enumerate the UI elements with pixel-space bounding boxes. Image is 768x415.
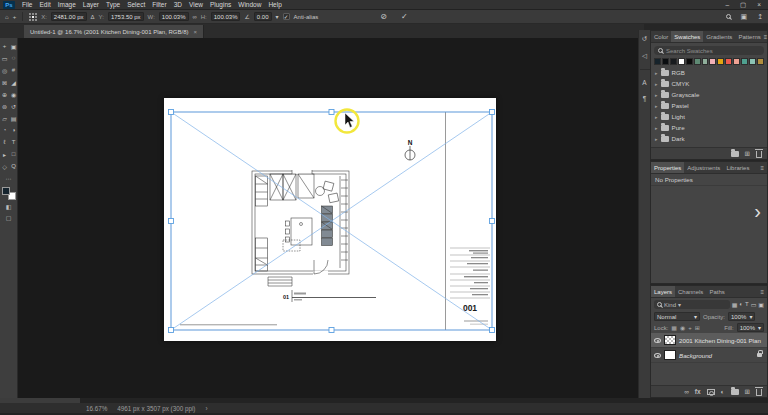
notes-panel-icon[interactable]: ◁ bbox=[642, 52, 647, 60]
menu-select[interactable]: Select bbox=[127, 0, 145, 10]
tab-properties[interactable]: Properties bbox=[651, 162, 684, 173]
close-button[interactable]: × bbox=[757, 1, 761, 9]
menu-layer[interactable]: Layer bbox=[83, 0, 99, 10]
swatch[interactable] bbox=[757, 58, 764, 65]
trash-icon[interactable] bbox=[756, 151, 762, 158]
tab-close-icon[interactable]: × bbox=[194, 29, 198, 35]
move-tool-preset-icon[interactable]: + bbox=[13, 14, 17, 20]
marquee-tool[interactable]: ▭ bbox=[2, 55, 8, 62]
antialias-checkbox[interactable]: ✓ bbox=[283, 13, 290, 20]
blend-mode-dropdown[interactable]: Normal ▾ bbox=[654, 312, 700, 321]
menu-plugins[interactable]: Plugins bbox=[210, 0, 231, 10]
rotation-field[interactable]: 0.00 bbox=[254, 12, 272, 21]
menu-3d[interactable]: 3D bbox=[174, 0, 182, 10]
tab-gradients[interactable]: Gradients bbox=[703, 31, 735, 42]
tab-adjustments[interactable]: Adjustments bbox=[684, 162, 723, 173]
menu-type[interactable]: Type bbox=[106, 0, 120, 10]
healing-brush-tool[interactable]: ⊕ bbox=[2, 91, 7, 98]
transform-handle-bottom-right[interactable] bbox=[490, 328, 495, 333]
home-icon[interactable]: ⌂ bbox=[5, 14, 9, 20]
swatch[interactable] bbox=[741, 58, 748, 65]
swatch[interactable] bbox=[702, 58, 709, 65]
tab-libraries[interactable]: Libraries bbox=[723, 162, 752, 173]
transform-handle-top-right[interactable] bbox=[490, 110, 495, 115]
menu-window[interactable]: Window bbox=[238, 0, 261, 10]
opacity-dropdown[interactable]: 100% ▾ bbox=[728, 312, 755, 321]
tab-swatches[interactable]: Swatches bbox=[671, 31, 703, 42]
swatch-folder-rgb[interactable]: ▸ RGB bbox=[651, 67, 767, 78]
path-selection-tool[interactable]: ▸ bbox=[3, 151, 6, 158]
move-tool[interactable]: + bbox=[3, 43, 7, 49]
swatches-search-input[interactable]: Search Swatches bbox=[654, 46, 764, 55]
swatch[interactable] bbox=[749, 58, 756, 65]
menu-filter[interactable]: Filter bbox=[152, 0, 166, 10]
commit-transform-button[interactable]: ✓ bbox=[401, 12, 408, 21]
swatch[interactable] bbox=[694, 58, 701, 65]
swatch[interactable] bbox=[662, 58, 669, 65]
swatch[interactable] bbox=[725, 58, 732, 65]
transform-handle-top-left[interactable] bbox=[169, 110, 174, 115]
swatch[interactable] bbox=[717, 58, 724, 65]
layer-row-kitchen-plan[interactable]: 2001 Kitchen Dining-001 Plan bbox=[651, 333, 767, 348]
y-position-field[interactable]: 1753.50 px bbox=[108, 12, 144, 21]
dodge-tool[interactable]: ◑ bbox=[12, 127, 16, 133]
swatch[interactable] bbox=[709, 58, 716, 65]
swatch[interactable] bbox=[670, 58, 677, 65]
filter-adjustment-icon[interactable]: ◐ bbox=[739, 301, 743, 308]
fill-dropdown[interactable]: 100% ▾ bbox=[737, 323, 764, 332]
lock-position-icon[interactable]: + bbox=[688, 325, 692, 331]
menu-help[interactable]: Help bbox=[268, 0, 281, 10]
filter-smart-object-icon[interactable]: ▣ bbox=[758, 301, 764, 308]
gradient-tool[interactable]: ▤ bbox=[11, 115, 17, 122]
canvas-area[interactable]: 001 N bbox=[18, 38, 638, 398]
new-layer-icon[interactable]: ⊞ bbox=[745, 388, 750, 396]
swatch[interactable] bbox=[678, 58, 685, 65]
layer-thumbnail[interactable] bbox=[664, 335, 676, 345]
menu-file[interactable]: File bbox=[22, 0, 32, 10]
status-caret-icon[interactable]: › bbox=[205, 405, 207, 412]
swatch[interactable] bbox=[733, 58, 740, 65]
character-panel-icon[interactable]: A bbox=[642, 79, 646, 86]
cancel-transform-button[interactable]: ⊘ bbox=[380, 12, 387, 21]
swatch-folder-grayscale[interactable]: ▸ Grayscale bbox=[651, 89, 767, 100]
history-brush-tool[interactable]: ↺ bbox=[11, 103, 16, 110]
tab-patterns[interactable]: Patterns bbox=[735, 31, 763, 42]
layer-visibility-icon[interactable] bbox=[654, 353, 661, 358]
panel-menu-icon[interactable]: ≡ bbox=[760, 162, 767, 173]
tab-paths[interactable]: Paths bbox=[706, 286, 727, 297]
swatch-folder-pure[interactable]: ▸ Pure bbox=[651, 122, 767, 133]
trash-icon[interactable] bbox=[756, 389, 762, 396]
tab-channels[interactable]: Channels bbox=[675, 286, 706, 297]
transform-handle-middle-right[interactable] bbox=[490, 219, 495, 224]
zoom-tool[interactable]: Q bbox=[11, 163, 16, 169]
document-tab[interactable]: Untitled-1 @ 16.7% (2001 Kitchen Dining-… bbox=[24, 25, 204, 38]
history-panel-icon[interactable]: ↺ bbox=[642, 35, 647, 43]
frame-tool[interactable]: ⊠ bbox=[2, 79, 7, 86]
workspace-switcher-icon[interactable]: ▣ bbox=[741, 13, 748, 21]
minimize-button[interactable]: – bbox=[725, 1, 729, 9]
eraser-tool[interactable]: ▱ bbox=[2, 115, 7, 122]
layer-filter-kind-dropdown[interactable]: Kind ▾ bbox=[654, 300, 730, 309]
zoom-level[interactable]: 16.67% bbox=[86, 405, 107, 412]
share-icon[interactable]: ↥ bbox=[757, 13, 763, 21]
eyedropper-tool[interactable]: ◢ bbox=[11, 79, 16, 86]
new-swatch-icon[interactable]: ⊞ bbox=[745, 150, 750, 158]
document-page[interactable]: 001 N bbox=[164, 98, 496, 341]
interpolation-caret-icon[interactable]: ▾ bbox=[276, 13, 279, 20]
lasso-tool[interactable]: ◌ bbox=[12, 55, 16, 61]
layer-visibility-icon[interactable] bbox=[654, 338, 661, 343]
restore-button[interactable]: ▢ bbox=[740, 1, 746, 9]
adjustment-layer-icon[interactable]: ◐ bbox=[721, 388, 725, 395]
filter-type-icon[interactable]: T bbox=[745, 301, 749, 308]
brush-tool[interactable]: ◉ bbox=[11, 91, 16, 98]
width-field[interactable]: 100.03% bbox=[159, 12, 189, 21]
swatch[interactable] bbox=[686, 58, 693, 65]
shape-tool[interactable]: □ bbox=[12, 151, 16, 157]
link-layers-icon[interactable]: ∞ bbox=[684, 388, 689, 395]
new-group-icon[interactable] bbox=[731, 151, 739, 157]
relative-position-icon[interactable]: Δ bbox=[91, 14, 95, 20]
tab-layers[interactable]: Layers bbox=[651, 286, 675, 297]
lock-artboard-icon[interactable]: ⊞ bbox=[695, 324, 700, 331]
clone-stamp-tool[interactable]: ⊚ bbox=[2, 103, 7, 110]
hand-tool[interactable]: ◇ bbox=[2, 163, 7, 170]
